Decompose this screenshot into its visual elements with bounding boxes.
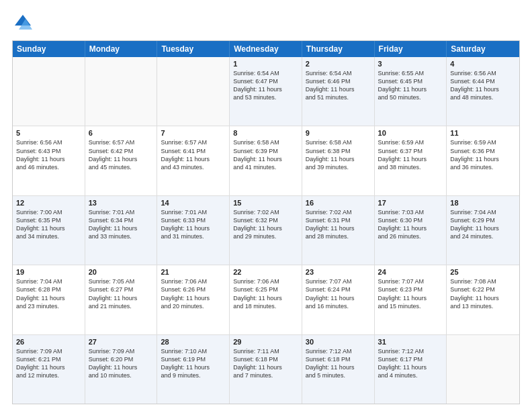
- day-number: 4: [450, 60, 516, 68]
- day-cell-24: 24Sunrise: 7:07 AM Sunset: 6:23 PM Dayli…: [375, 265, 447, 334]
- day-cell-5: 5Sunrise: 6:56 AM Sunset: 6:43 PM Daylig…: [13, 126, 85, 195]
- day-info: Sunrise: 7:07 AM Sunset: 6:24 PM Dayligh…: [306, 277, 371, 310]
- day-number: 22: [233, 268, 298, 276]
- day-header-sunday: Sunday: [13, 41, 85, 57]
- day-cell-12: 12Sunrise: 7:00 AM Sunset: 6:35 PM Dayli…: [13, 196, 85, 265]
- week-row-4: 19Sunrise: 7:04 AM Sunset: 6:28 PM Dayli…: [13, 265, 519, 334]
- day-number: 23: [306, 268, 371, 276]
- day-cell-9: 9Sunrise: 6:58 AM Sunset: 6:38 PM Daylig…: [302, 126, 375, 195]
- day-number: 13: [89, 199, 154, 207]
- day-cell-30: 30Sunrise: 7:12 AM Sunset: 6:18 PM Dayli…: [302, 335, 375, 404]
- day-cell-31: 31Sunrise: 7:12 AM Sunset: 6:17 PM Dayli…: [375, 335, 447, 404]
- day-info: Sunrise: 6:54 AM Sunset: 6:47 PM Dayligh…: [233, 69, 298, 102]
- day-header-saturday: Saturday: [447, 41, 519, 57]
- empty-cell: [447, 335, 519, 404]
- day-info: Sunrise: 7:12 AM Sunset: 6:18 PM Dayligh…: [306, 347, 371, 380]
- day-cell-7: 7Sunrise: 6:57 AM Sunset: 6:41 PM Daylig…: [157, 126, 230, 195]
- day-number: 7: [161, 129, 226, 137]
- day-number: 26: [16, 338, 81, 346]
- day-header-wednesday: Wednesday: [230, 41, 302, 57]
- day-number: 21: [161, 268, 226, 276]
- day-info: Sunrise: 7:04 AM Sunset: 6:29 PM Dayligh…: [450, 208, 516, 241]
- calendar: SundayMondayTuesdayWednesdayThursdayFrid…: [12, 40, 520, 404]
- week-row-1: 1Sunrise: 6:54 AM Sunset: 6:47 PM Daylig…: [13, 57, 519, 126]
- day-cell-15: 15Sunrise: 7:02 AM Sunset: 6:32 PM Dayli…: [230, 196, 302, 265]
- day-cell-18: 18Sunrise: 7:04 AM Sunset: 6:29 PM Dayli…: [447, 196, 519, 265]
- day-info: Sunrise: 7:00 AM Sunset: 6:35 PM Dayligh…: [16, 208, 81, 241]
- day-info: Sunrise: 7:01 AM Sunset: 6:34 PM Dayligh…: [89, 208, 154, 241]
- day-info: Sunrise: 7:09 AM Sunset: 6:20 PM Dayligh…: [89, 347, 154, 380]
- day-number: 15: [233, 199, 298, 207]
- day-info: Sunrise: 6:55 AM Sunset: 6:45 PM Dayligh…: [378, 69, 443, 102]
- day-number: 9: [306, 129, 371, 137]
- day-cell-22: 22Sunrise: 7:06 AM Sunset: 6:25 PM Dayli…: [230, 265, 302, 334]
- day-info: Sunrise: 7:12 AM Sunset: 6:17 PM Dayligh…: [378, 347, 443, 380]
- day-info: Sunrise: 7:02 AM Sunset: 6:31 PM Dayligh…: [306, 208, 371, 241]
- logo-icon: [12, 12, 34, 34]
- day-info: Sunrise: 6:56 AM Sunset: 6:43 PM Dayligh…: [16, 138, 81, 171]
- day-info: Sunrise: 6:58 AM Sunset: 6:39 PM Dayligh…: [233, 138, 298, 171]
- day-number: 1: [233, 60, 298, 68]
- day-number: 10: [378, 129, 443, 137]
- day-cell-13: 13Sunrise: 7:01 AM Sunset: 6:34 PM Dayli…: [85, 196, 158, 265]
- day-info: Sunrise: 7:04 AM Sunset: 6:28 PM Dayligh…: [16, 277, 81, 310]
- day-info: Sunrise: 6:54 AM Sunset: 6:46 PM Dayligh…: [306, 69, 371, 102]
- day-cell-10: 10Sunrise: 6:59 AM Sunset: 6:37 PM Dayli…: [375, 126, 447, 195]
- day-cell-19: 19Sunrise: 7:04 AM Sunset: 6:28 PM Dayli…: [13, 265, 85, 334]
- day-number: 29: [233, 338, 298, 346]
- day-number: 28: [161, 338, 226, 346]
- day-info: Sunrise: 7:11 AM Sunset: 6:18 PM Dayligh…: [233, 347, 298, 380]
- page-header: [12, 12, 520, 34]
- day-info: Sunrise: 6:57 AM Sunset: 6:42 PM Dayligh…: [89, 138, 154, 171]
- day-info: Sunrise: 7:05 AM Sunset: 6:27 PM Dayligh…: [89, 277, 154, 310]
- day-number: 18: [450, 199, 516, 207]
- week-row-2: 5Sunrise: 6:56 AM Sunset: 6:43 PM Daylig…: [13, 126, 519, 195]
- day-info: Sunrise: 7:10 AM Sunset: 6:19 PM Dayligh…: [161, 347, 226, 380]
- day-info: Sunrise: 7:08 AM Sunset: 6:22 PM Dayligh…: [450, 277, 516, 310]
- day-number: 20: [89, 268, 154, 276]
- day-number: 6: [89, 129, 154, 137]
- day-number: 8: [233, 129, 298, 137]
- day-number: 14: [161, 199, 226, 207]
- day-info: Sunrise: 6:58 AM Sunset: 6:38 PM Dayligh…: [306, 138, 371, 171]
- day-cell-23: 23Sunrise: 7:07 AM Sunset: 6:24 PM Dayli…: [302, 265, 375, 334]
- day-info: Sunrise: 7:09 AM Sunset: 6:21 PM Dayligh…: [16, 347, 81, 380]
- day-number: 24: [378, 268, 443, 276]
- day-header-tuesday: Tuesday: [157, 41, 230, 57]
- day-cell-6: 6Sunrise: 6:57 AM Sunset: 6:42 PM Daylig…: [85, 126, 158, 195]
- day-cell-20: 20Sunrise: 7:05 AM Sunset: 6:27 PM Dayli…: [85, 265, 158, 334]
- day-info: Sunrise: 7:01 AM Sunset: 6:33 PM Dayligh…: [161, 208, 226, 241]
- day-number: 5: [16, 129, 81, 137]
- day-cell-16: 16Sunrise: 7:02 AM Sunset: 6:31 PM Dayli…: [302, 196, 375, 265]
- day-number: 19: [16, 268, 81, 276]
- day-cell-29: 29Sunrise: 7:11 AM Sunset: 6:18 PM Dayli…: [230, 335, 302, 404]
- day-cell-17: 17Sunrise: 7:03 AM Sunset: 6:30 PM Dayli…: [375, 196, 447, 265]
- day-info: Sunrise: 7:06 AM Sunset: 6:25 PM Dayligh…: [233, 277, 298, 310]
- day-cell-11: 11Sunrise: 6:59 AM Sunset: 6:36 PM Dayli…: [447, 126, 519, 195]
- calendar-body: 1Sunrise: 6:54 AM Sunset: 6:47 PM Daylig…: [13, 57, 519, 404]
- day-header-monday: Monday: [85, 41, 158, 57]
- day-number: 17: [378, 199, 443, 207]
- day-cell-25: 25Sunrise: 7:08 AM Sunset: 6:22 PM Dayli…: [447, 265, 519, 334]
- day-info: Sunrise: 6:59 AM Sunset: 6:36 PM Dayligh…: [450, 138, 516, 171]
- day-info: Sunrise: 7:03 AM Sunset: 6:30 PM Dayligh…: [378, 208, 443, 241]
- day-cell-8: 8Sunrise: 6:58 AM Sunset: 6:39 PM Daylig…: [230, 126, 302, 195]
- day-cell-1: 1Sunrise: 6:54 AM Sunset: 6:47 PM Daylig…: [230, 57, 302, 126]
- day-info: Sunrise: 6:59 AM Sunset: 6:37 PM Dayligh…: [378, 138, 443, 171]
- empty-cell: [85, 57, 158, 126]
- day-cell-4: 4Sunrise: 6:56 AM Sunset: 6:44 PM Daylig…: [447, 57, 519, 126]
- day-info: Sunrise: 7:02 AM Sunset: 6:32 PM Dayligh…: [233, 208, 298, 241]
- day-number: 25: [450, 268, 516, 276]
- day-info: Sunrise: 6:56 AM Sunset: 6:44 PM Dayligh…: [450, 69, 516, 102]
- empty-cell: [157, 57, 230, 126]
- week-row-3: 12Sunrise: 7:00 AM Sunset: 6:35 PM Dayli…: [13, 196, 519, 265]
- day-cell-2: 2Sunrise: 6:54 AM Sunset: 6:46 PM Daylig…: [302, 57, 375, 126]
- day-header-friday: Friday: [375, 41, 447, 57]
- day-number: 11: [450, 129, 516, 137]
- day-info: Sunrise: 6:57 AM Sunset: 6:41 PM Dayligh…: [161, 138, 226, 171]
- day-number: 31: [378, 338, 443, 346]
- day-cell-3: 3Sunrise: 6:55 AM Sunset: 6:45 PM Daylig…: [375, 57, 447, 126]
- day-cell-26: 26Sunrise: 7:09 AM Sunset: 6:21 PM Dayli…: [13, 335, 85, 404]
- day-cell-28: 28Sunrise: 7:10 AM Sunset: 6:19 PM Dayli…: [157, 335, 230, 404]
- day-number: 27: [89, 338, 154, 346]
